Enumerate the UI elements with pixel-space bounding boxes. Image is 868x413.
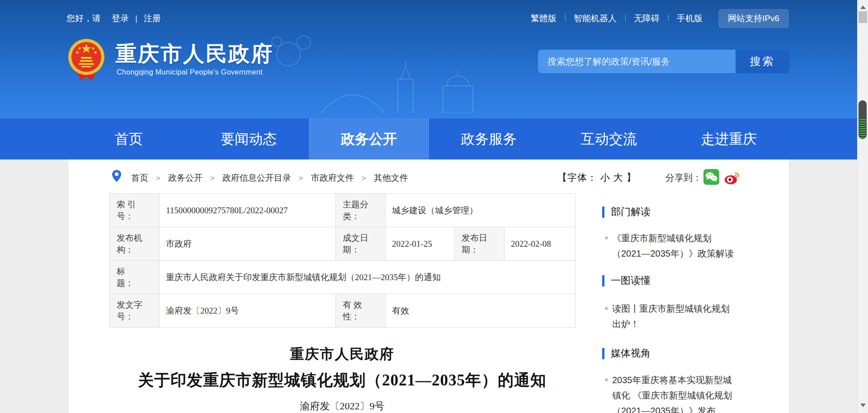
greeting-text: 您好，请	[66, 13, 101, 24]
title-label: 标 题：	[110, 261, 160, 294]
breadcrumb-separator: >	[299, 174, 303, 182]
document-title: 关于印发重庆市新型城镇化规划（2021—2035年）的通知	[109, 370, 575, 391]
document-org-line: 重庆市人民政府	[109, 345, 575, 364]
sidebar-item-policy-interpretation[interactable]: 《重庆市新型城镇化规划（2021—2035年）》政策解读	[605, 230, 735, 261]
ipv6-badge[interactable]: 网站支持IPv6	[718, 9, 789, 28]
national-emblem-icon	[68, 37, 105, 83]
scrollbar-down-arrow-icon[interactable]	[860, 404, 866, 407]
search-input[interactable]	[538, 50, 736, 73]
doc-number-value: 渝府发〔2022〕9号	[160, 294, 336, 328]
breadcrumb-other-documents[interactable]: 其他文件	[374, 173, 408, 183]
validity-label: 有 效 性：	[336, 294, 386, 328]
page: { "topbar": { "greeting": "您好，请", "login…	[0, 0, 868, 413]
traditional-chinese-link[interactable]: 繁體版	[522, 13, 565, 24]
topic-category-value: 城乡建设（城乡管理）	[386, 194, 576, 227]
font-smaller-button[interactable]: 小	[600, 172, 610, 183]
accessibility-link[interactable]: 无障碍	[625, 13, 668, 24]
document-info-table: 索 引 号： 11500000009275780L/2022-00027 主题分…	[109, 193, 576, 328]
validity-value: 有效	[386, 294, 576, 328]
nav-items: 首页 要闻动态 政务公开 政务服务 互动交流 走进重庆	[69, 118, 789, 160]
site-logo[interactable]	[68, 37, 105, 83]
breadcrumb-separator: >	[362, 174, 366, 182]
wechat-share-icon[interactable]	[703, 169, 719, 187]
share-bar: 分享到：	[665, 172, 702, 184]
font-label-open: 【字体：	[557, 172, 597, 183]
font-larger-button[interactable]: 大	[613, 172, 623, 183]
section-title: 一图读懂	[611, 274, 651, 287]
search-button[interactable]: 搜索	[736, 50, 789, 73]
nav-item-about-chongqing[interactable]: 走进重庆	[669, 118, 789, 160]
login-register-divider: |	[135, 14, 137, 23]
sidebar-section-media-view: 媒体视角	[602, 347, 651, 360]
nav-item-news[interactable]: 要闻动态	[189, 118, 309, 160]
table-row: 发布机构： 市政府 成文日期： 2022-01-25 发布日期： 2022-02…	[110, 227, 576, 261]
login-link[interactable]: 登录	[112, 13, 129, 24]
main-navigation: 首页 要闻动态 政务公开 政务服务 互动交流 走进重庆	[0, 118, 868, 160]
topic-category-label: 主题分类：	[336, 194, 386, 227]
weibo-share-icon[interactable]	[724, 169, 741, 188]
table-row: 发文字号： 渝府发〔2022〕9号 有 效 性： 有效	[110, 294, 576, 328]
share-label: 分享到：	[665, 173, 702, 183]
sidebar-section-one-image: 一图读懂	[602, 274, 651, 287]
section-title: 媒体视角	[611, 347, 651, 360]
section-accent-bar	[602, 348, 604, 359]
scrollbar-track[interactable]	[857, 0, 868, 413]
sidebar-item-media-article[interactable]: 2035年重庆将基本实现新型城镇化 《重庆市新型城镇化规划（2021—2035年…	[605, 372, 735, 413]
skyline-decoration	[253, 23, 488, 113]
quick-links: 繁體版 智能机器人 无障碍 手机版 网站支持IPv6	[522, 9, 789, 28]
scrollbar-up-arrow-icon[interactable]	[860, 5, 866, 9]
document-number: 渝府发〔2022〕9号	[109, 399, 575, 413]
smart-robot-link[interactable]: 智能机器人	[565, 13, 625, 24]
section-accent-bar	[602, 275, 604, 286]
index-number-label: 索 引 号：	[110, 194, 160, 227]
breadcrumb-gov-open[interactable]: 政务公开	[168, 173, 203, 183]
font-size-tools: 【字体： 小 大 】	[557, 171, 637, 184]
scrollbar-thumb[interactable]	[859, 11, 867, 23]
table-row: 索 引 号： 11500000009275780L/2022-00027 主题分…	[110, 194, 576, 227]
header-banner: 您好，请 登录 | 注册 繁體版 智能机器人 无障碍 手机版 网站支持IPv6	[0, 0, 868, 118]
breadcrumb-city-documents[interactable]: 市政府文件	[311, 173, 354, 183]
breadcrumb-separator: >	[210, 174, 214, 182]
doc-number-label: 发文字号：	[110, 294, 160, 328]
section-accent-bar	[602, 206, 604, 218]
breadcrumb: 首页 > 政务公开 > 政府信息公开目录 > 市政府文件 > 其他文件	[131, 172, 408, 184]
breadcrumb-separator: >	[156, 174, 160, 182]
content-panel: 首页 > 政务公开 > 政府信息公开目录 > 市政府文件 > 其他文件 【字体：…	[69, 160, 789, 413]
register-link[interactable]: 注册	[144, 13, 161, 24]
nav-item-gov-affairs-open[interactable]: 政务公开	[309, 118, 429, 160]
issuing-agency-value: 市政府	[160, 227, 336, 261]
mobile-version-link[interactable]: 手机版	[668, 13, 711, 24]
font-label-close: 】	[627, 172, 637, 183]
publish-date-value: 2022-02-08	[505, 227, 576, 261]
section-title: 部门解读	[611, 205, 651, 219]
breadcrumb-home[interactable]: 首页	[131, 173, 148, 183]
site-title-english: Chongqing Municipal People's Government	[117, 68, 263, 76]
search-box: 搜索	[538, 50, 789, 73]
written-date-label: 成文日期：	[336, 227, 386, 261]
account-links: 您好，请 登录 | 注册	[66, 13, 161, 24]
scroll-progress-widget[interactable]	[859, 100, 867, 139]
written-date-value: 2022-01-25	[386, 227, 455, 261]
location-pin-icon	[112, 170, 121, 182]
sidebar-section-department-interpretation: 部门解读	[602, 205, 651, 219]
breadcrumb-info-directory[interactable]: 政府信息公开目录	[222, 173, 291, 183]
nav-item-interaction[interactable]: 互动交流	[549, 118, 669, 160]
site-title[interactable]: 重庆市人民政府	[115, 40, 274, 68]
table-row: 标 题： 重庆市人民政府关于印发重庆市新型城镇化规划（2021—2035年）的通…	[110, 261, 576, 294]
nav-item-gov-services[interactable]: 政务服务	[429, 118, 549, 160]
sidebar-item-read-image[interactable]: 读图丨重庆市新型城镇化规划出炉！	[605, 301, 735, 332]
nav-item-home[interactable]: 首页	[69, 118, 189, 160]
title-value: 重庆市人民政府关于印发重庆市新型城镇化规划（2021—2035年）的通知	[160, 261, 576, 294]
publish-date-label: 发布日期：	[455, 227, 505, 261]
issuing-agency-label: 发布机构：	[110, 227, 160, 261]
index-number-value: 11500000009275780L/2022-00027	[160, 194, 336, 227]
top-utility-bar: 您好，请 登录 | 注册 繁體版 智能机器人 无障碍 手机版 网站支持IPv6	[66, 10, 789, 27]
